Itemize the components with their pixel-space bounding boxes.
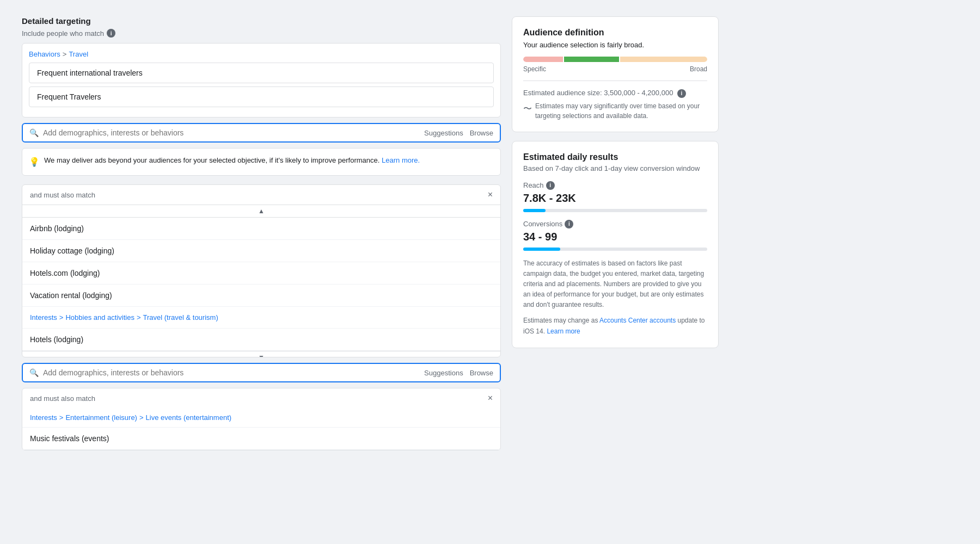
divider-1 bbox=[523, 81, 707, 81]
interests-entertainment-breadcrumb: Interests > Entertainment (leisure) > Li… bbox=[22, 408, 500, 428]
tag-frequent-travelers: Frequent Travelers bbox=[29, 86, 494, 107]
close-must-match-2[interactable]: × bbox=[488, 394, 493, 403]
targeting-box: Behaviors > Travel Frequent internationa… bbox=[22, 43, 501, 118]
conversions-info-icon[interactable]: i bbox=[565, 220, 573, 228]
audience-size-info-icon[interactable]: i bbox=[677, 89, 686, 98]
search-input-1[interactable] bbox=[43, 128, 420, 137]
reach-value: 7.8K - 23K bbox=[523, 192, 707, 205]
scroll-down-arrow-1[interactable]: ▼ bbox=[22, 351, 500, 357]
search-input-2[interactable] bbox=[43, 368, 420, 377]
search-icon-1: 🔍 bbox=[29, 128, 39, 137]
audience-size-label: Estimated audience size: 3,500,000 - 4,2… bbox=[523, 89, 707, 98]
search-icon-2: 🔍 bbox=[29, 368, 39, 377]
bulb-icon: 💡 bbox=[29, 156, 40, 169]
learn-more-notice-link[interactable]: Learn more. bbox=[382, 156, 420, 164]
tag-frequent-intl: Frequent international travelers bbox=[29, 63, 494, 83]
accuracy-note: The accuracy of estimates is based on fa… bbox=[523, 258, 707, 311]
reach-label: Reach i bbox=[523, 181, 707, 190]
reach-info-icon[interactable]: i bbox=[546, 181, 555, 190]
meter-segment-left bbox=[523, 57, 563, 62]
scroll-up-arrow-1[interactable]: ▲ bbox=[22, 205, 500, 218]
daily-results-title: Estimated daily results bbox=[523, 152, 707, 162]
trend-icon: 〜 bbox=[523, 102, 532, 115]
search-bar-1[interactable]: 🔍 Suggestions Browse bbox=[22, 123, 501, 143]
notice-box: 💡 We may deliver ads beyond your audienc… bbox=[22, 148, 501, 176]
dropdown-item-vacation[interactable]: Vacation rental (lodging) bbox=[22, 285, 500, 307]
dropdown-item-airbnb[interactable]: Airbnb (lodging) bbox=[22, 218, 500, 240]
must-match-section-1: and must also match × ▲ Airbnb (lodging)… bbox=[22, 184, 501, 357]
meter-specific-label: Specific bbox=[523, 65, 546, 73]
daily-results-subtitle: Based on 7-day click and 1-day view conv… bbox=[523, 164, 707, 172]
browse-btn-1[interactable]: Browse bbox=[470, 129, 493, 137]
change-note: Estimates may change as Accounts Center … bbox=[523, 316, 707, 336]
include-info-icon[interactable]: i bbox=[107, 29, 115, 38]
accounts-center-link[interactable]: Accounts Center accounts bbox=[599, 317, 676, 324]
audience-def-title: Audience definition bbox=[523, 28, 707, 38]
conversions-label: Conversions i bbox=[523, 220, 707, 228]
include-people-label: Include people who match i bbox=[22, 29, 501, 38]
conversions-value: 34 - 99 bbox=[523, 231, 707, 243]
close-must-match-1[interactable]: × bbox=[488, 190, 493, 199]
meter-labels: Specific Broad bbox=[523, 65, 707, 73]
travel-link[interactable]: Travel bbox=[69, 50, 88, 58]
conversions-progress-fill bbox=[523, 248, 560, 251]
meter-segment-mid bbox=[564, 57, 618, 62]
suggestions-btn-2[interactable]: Suggestions bbox=[424, 369, 463, 377]
audience-def-subtitle: Your audience selection is fairly broad. bbox=[523, 41, 707, 49]
daily-results-card: Estimated daily results Based on 7-day c… bbox=[512, 141, 719, 348]
audience-definition-card: Audience definition Your audience select… bbox=[512, 16, 719, 132]
audience-meter bbox=[523, 57, 707, 62]
reach-progress-fill bbox=[523, 209, 546, 212]
must-match-section-2: and must also match × Interests > Entert… bbox=[22, 388, 501, 450]
conversions-progress-track bbox=[523, 248, 707, 251]
section-title: Detailed targeting bbox=[22, 16, 501, 26]
behaviors-breadcrumb: Behaviors > Travel bbox=[29, 50, 494, 58]
dropdown-item-hotelscom[interactable]: Hotels.com (lodging) bbox=[22, 262, 500, 285]
dropdown-item-music-festivals[interactable]: Music festivals (events) bbox=[22, 428, 500, 450]
dropdown-item-hotels[interactable]: Hotels (lodging) bbox=[22, 329, 500, 351]
learn-more-daily-link[interactable]: Learn more bbox=[547, 327, 580, 335]
reach-progress-track bbox=[523, 209, 707, 212]
dropdown-list-1: ▲ Airbnb (lodging) Holiday cottage (lodg… bbox=[22, 205, 500, 357]
search-bar-2[interactable]: 🔍 Suggestions Browse bbox=[22, 363, 501, 382]
must-match-header-1: and must also match × bbox=[22, 185, 500, 205]
behaviors-link[interactable]: Behaviors bbox=[29, 50, 60, 58]
must-match-header-2: and must also match × bbox=[22, 388, 500, 408]
browse-btn-2[interactable]: Browse bbox=[470, 369, 493, 377]
estimates-note: 〜 Estimates may vary significantly over … bbox=[523, 101, 707, 121]
dropdown-item-holiday[interactable]: Holiday cottage (lodging) bbox=[22, 240, 500, 262]
meter-segment-right bbox=[620, 57, 707, 62]
meter-broad-label: Broad bbox=[690, 65, 707, 73]
interests-hobbies-breadcrumb: Interests > Hobbies and activities > Tra… bbox=[22, 307, 500, 329]
suggestions-btn-1[interactable]: Suggestions bbox=[424, 129, 463, 137]
